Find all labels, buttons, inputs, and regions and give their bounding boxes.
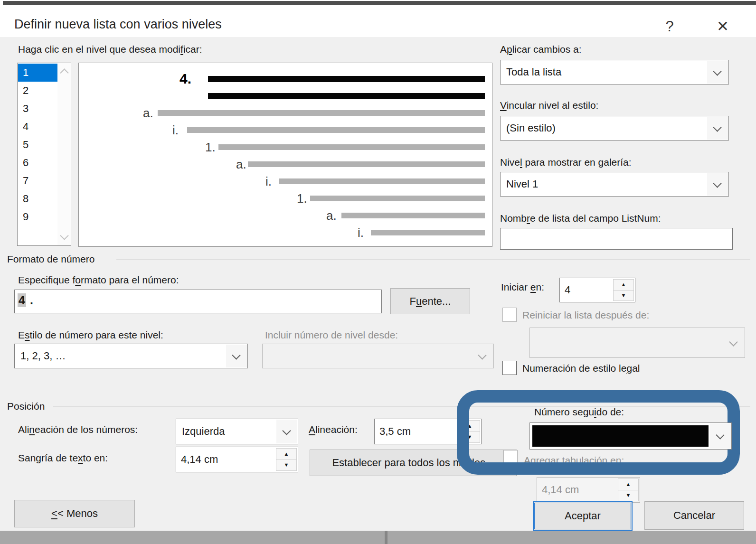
spinner-value: 4,14 cm: [181, 447, 275, 472]
spin-down-button[interactable]: ▼: [276, 460, 297, 471]
link-style-combobox[interactable]: (Sin estilo): [500, 116, 729, 141]
number-format-input[interactable]: 4 .: [14, 290, 382, 313]
combobox-value: Izquierda: [182, 419, 274, 444]
preview-marker: i.: [358, 224, 364, 242]
level-item-1[interactable]: 1: [18, 64, 61, 82]
spin-up-button[interactable]: ▲: [618, 478, 639, 490]
chevron-down-icon: [707, 61, 728, 84]
preview-line: [341, 213, 485, 218]
preview-marker: a.: [236, 155, 246, 173]
add-tab-label: Agregar tabulación en:: [524, 455, 624, 466]
pick-level-label: Haga clic en el nivel que desea modifica…: [18, 44, 202, 55]
legal-numbering-checkbox[interactable]: [502, 361, 517, 375]
combobox-value: (Sin estilo): [506, 116, 705, 140]
level-item-6[interactable]: 6: [18, 154, 61, 172]
chevron-down-icon: [723, 328, 744, 357]
set-all-levels-button[interactable]: Establecer para todos los niveles...: [310, 450, 517, 476]
format-selected-text: 4: [18, 293, 26, 307]
level-listbox[interactable]: 1 2 3 4 5 6 7 8 9: [17, 63, 71, 246]
chevron-up-icon: [60, 68, 68, 77]
preview-line: [187, 127, 485, 133]
number-followed-by-label: Número seguido de:: [534, 406, 624, 418]
apply-changes-label: Aplicar cambios a:: [500, 44, 582, 55]
window-edge-top: [3, 1, 756, 5]
dialog-title: Definir nueva lista con varios niveles: [14, 17, 222, 32]
combobox-value: Toda la lista: [506, 60, 705, 84]
listnum-name-input[interactable]: [500, 228, 733, 250]
preview-line: [248, 161, 485, 167]
listbox-scrollbar[interactable]: [57, 63, 71, 245]
cancel-button[interactable]: Cancelar: [644, 501, 744, 530]
preview-line: [208, 76, 485, 82]
spin-up-button[interactable]: ▲: [613, 279, 634, 291]
window-edge-bottom: [0, 531, 756, 544]
spin-down-button[interactable]: ▼: [613, 291, 634, 301]
preview-row: 1.: [79, 138, 492, 156]
preview-marker: 1.: [297, 189, 307, 207]
level-item-4[interactable]: 4: [18, 118, 61, 136]
number-alignment-label: Alineación de los números:: [18, 424, 138, 435]
section-divider: [53, 406, 750, 407]
spin-down-button[interactable]: ▼: [618, 490, 639, 502]
number-format-section-title: Formato de número: [7, 253, 94, 265]
specify-format-label: Especifique formato para el número:: [18, 274, 179, 286]
less-button[interactable]: << Menos: [14, 500, 135, 527]
section-divider: [116, 259, 750, 260]
text-indent-spinner[interactable]: 4,14 cm ▲ ▼: [176, 447, 298, 472]
chevron-down-icon: [276, 420, 297, 443]
start-at-spinner[interactable]: 4 ▲ ▼: [559, 278, 635, 302]
chevron-down-icon: [226, 345, 247, 367]
help-button[interactable]: ?: [655, 16, 684, 37]
preview-row: i.: [79, 172, 492, 190]
start-at-label: Iniciar en:: [501, 281, 544, 293]
include-level-combobox[interactable]: [262, 344, 494, 368]
close-button[interactable]: ✕: [709, 16, 737, 37]
redacted-value: [532, 425, 709, 447]
level-item-8[interactable]: 8: [18, 190, 61, 208]
level-item-2[interactable]: 2: [18, 82, 61, 100]
link-style-label: Vincular nivel al estilo:: [500, 100, 598, 111]
preview-row: a.: [79, 206, 492, 225]
aligned-at-spinner[interactable]: 3,5 cm ▲ ▼: [374, 419, 482, 444]
list-preview: 4. a. i. 1. a. i. 1. a: [78, 63, 492, 247]
chevron-down-icon: [710, 423, 731, 449]
number-followed-by-combobox[interactable]: [529, 422, 732, 450]
preview-row: i.: [79, 121, 492, 139]
font-button[interactable]: Fuente...: [390, 288, 470, 314]
preview-marker: 1.: [205, 138, 216, 156]
preview-line: [279, 178, 485, 184]
combobox-value: [536, 328, 721, 357]
combobox-value: Nivel 1: [506, 172, 705, 196]
spinner-value: 4: [565, 278, 612, 302]
preview-row: [79, 87, 492, 105]
tab-position-spinner[interactable]: 4,14 cm ▲ ▼: [537, 477, 640, 503]
restart-list-label: Reiniciar la lista después de:: [522, 310, 649, 321]
spinner-value: 4,14 cm: [542, 478, 617, 502]
number-alignment-combobox[interactable]: Izquierda: [176, 419, 298, 444]
gallery-level-combobox[interactable]: Nivel 1: [500, 172, 729, 197]
number-style-combobox[interactable]: 1, 2, 3, …: [14, 344, 248, 368]
level-item-7[interactable]: 7: [18, 172, 61, 190]
window-edge-divider: [385, 531, 387, 544]
restart-list-combobox[interactable]: [529, 328, 745, 358]
spin-up-button[interactable]: ▲: [459, 420, 480, 432]
listnum-name-label: Nombre de lista del campo ListNum:: [500, 213, 661, 224]
aligned-at-label: Alineación:: [309, 424, 358, 435]
chevron-down-icon: [707, 117, 728, 140]
level-item-3[interactable]: 3: [18, 100, 61, 118]
level-item-5[interactable]: 5: [18, 136, 61, 154]
format-rest-text: .: [30, 293, 33, 307]
add-tab-checkbox[interactable]: [503, 450, 518, 464]
preview-row: a.: [79, 155, 492, 173]
ok-button[interactable]: Aceptar: [533, 501, 633, 531]
preview-row: 1.: [79, 189, 492, 207]
apply-changes-combobox[interactable]: Toda la lista: [500, 60, 729, 84]
restart-list-checkbox[interactable]: [502, 308, 517, 322]
spin-down-button[interactable]: ▼: [459, 432, 480, 443]
preview-marker: i.: [265, 172, 272, 190]
dialog-titlebar: Definir nueva lista con varios niveles ?…: [0, 5, 756, 37]
spin-up-button[interactable]: ▲: [276, 448, 297, 460]
legal-numbering-label: Numeración de estilo legal: [522, 363, 640, 374]
preview-row: a.: [79, 104, 492, 122]
level-item-9[interactable]: 9: [18, 208, 61, 226]
